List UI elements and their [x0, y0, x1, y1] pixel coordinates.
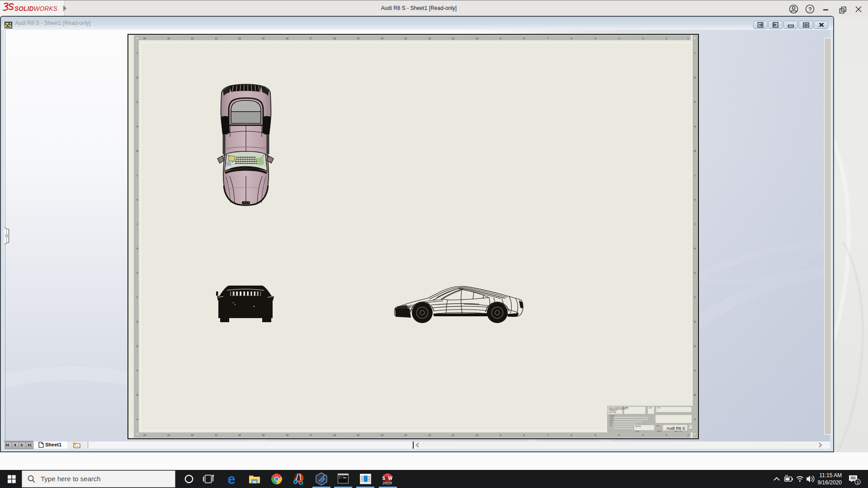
svg-text:WEIGHT:: WEIGHT:: [657, 431, 662, 432]
svg-text:SIZE: SIZE: [656, 425, 659, 427]
svg-text:CHK'D: CHK'D: [610, 418, 613, 419]
svg-text:TITLE:: TITLE:: [657, 407, 660, 409]
svg-text:SCALE: SCALE: [635, 431, 639, 432]
svg-text:SHEET 1 OF 1: SHEET 1 OF 1: [674, 431, 682, 432]
svg-text:NAME: NAME: [625, 407, 628, 409]
svg-text:2020: 2020: [382, 480, 392, 485]
svg-text:A3: A3: [689, 426, 691, 427]
svg-text:Audi R8 S: Audi R8 S: [666, 426, 685, 431]
svg-text:SOLIDWORKS: SOLIDWORKS: [14, 5, 57, 12]
svg-text:DRAWN: DRAWN: [610, 415, 614, 417]
svg-text:APPV'D: APPV'D: [610, 420, 614, 422]
svg-text:?: ?: [808, 6, 812, 13]
svg-text:Q.A: Q.A: [610, 424, 612, 426]
svg-text:e: e: [228, 471, 236, 487]
svg-text:1: 1: [857, 479, 859, 484]
svg-text:FRACTIONAL: FRACTIONAL: [609, 412, 617, 413]
svg-text:DATE: DATE: [649, 407, 652, 409]
svg-text:MATERIAL: MATERIAL: [635, 426, 642, 427]
svg-text:MFG: MFG: [610, 422, 613, 424]
